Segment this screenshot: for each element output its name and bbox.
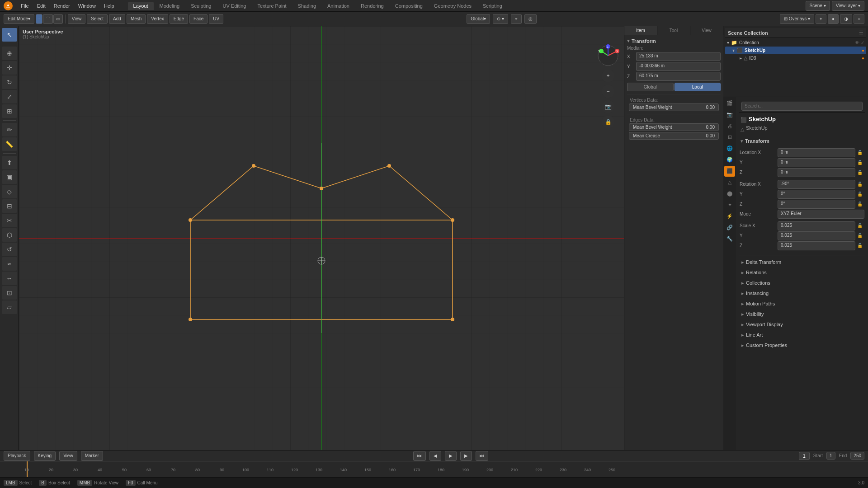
tool-poly-build[interactable]: ⬡ (2, 228, 17, 242)
tool-knife[interactable]: ✂ (2, 214, 17, 227)
global-btn[interactable]: Global (627, 83, 674, 91)
select-menu[interactable]: Select (87, 14, 108, 24)
collections-row[interactable]: ▸ Collections (739, 278, 865, 288)
edge-menu[interactable]: Edge (170, 14, 188, 24)
snap-toggle[interactable]: ⌖ (511, 14, 522, 24)
tab-shading[interactable]: Shading (292, 2, 321, 10)
outliner-filter-btn[interactable]: ☰ (859, 30, 863, 36)
viewport-shading-render[interactable]: ○ (854, 14, 864, 24)
face-select-btn[interactable]: ▭ (53, 14, 63, 24)
camera-btn[interactable]: 📷 (602, 100, 614, 113)
marker-menu[interactable]: Marker (81, 451, 103, 461)
rotation-y-input[interactable]: 0° (778, 190, 855, 199)
scale-y-lock[interactable]: 🔓 (857, 233, 864, 238)
props-search[interactable] (741, 102, 863, 111)
local-btn[interactable]: Local (675, 83, 721, 91)
scene-selector[interactable]: Scene ▾ (806, 1, 830, 11)
prop-icon-world[interactable]: 🌍 (724, 155, 735, 165)
tool-scale[interactable]: ⤢ (2, 90, 17, 103)
view-timeline-menu[interactable]: View (59, 451, 77, 461)
location-y-input[interactable]: 0 m (778, 158, 855, 167)
tool-select[interactable]: ↖ (2, 28, 17, 42)
start-frame[interactable]: 1 (826, 452, 835, 460)
prop-icon-physics[interactable]: ⚡ (724, 211, 735, 222)
tab-texture-paint[interactable]: Texture Paint (252, 2, 292, 10)
tool-cursor[interactable]: ⊕ (2, 47, 17, 60)
next-frame-btn[interactable]: ▶ (460, 451, 472, 461)
mean-crease[interactable]: Mean Crease 0.00 (629, 132, 719, 140)
zoom-out-btn[interactable]: − (602, 85, 614, 98)
tab-sculpting[interactable]: Sculpting (185, 2, 217, 10)
z-input[interactable]: 60.175 m (636, 72, 721, 81)
rotation-y-lock[interactable]: 🔓 (857, 192, 864, 197)
play-btn[interactable]: ▶ (445, 451, 457, 461)
prop-icon-particles[interactable]: ✦ (724, 200, 735, 211)
prop-icon-output[interactable]: 🖨 (724, 121, 735, 131)
outliner-item-sketchup[interactable]: ▾ ⬛ SketchUp ● (725, 47, 866, 54)
end-frame[interactable]: 250 (850, 452, 864, 460)
tool-annotate[interactable]: ✏ (2, 123, 17, 136)
tool-inset[interactable]: ▣ (2, 170, 17, 184)
tool-spin[interactable]: ↺ (2, 243, 17, 256)
tool-shrink[interactable]: ⊡ (2, 286, 17, 300)
timeline-ruler[interactable]: 10 20 30 40 50 60 70 80 90 100 110 120 1… (0, 461, 868, 477)
blender-logo[interactable] (4, 1, 13, 10)
menu-render[interactable]: Render (50, 2, 74, 9)
scale-z-input[interactable]: 0.025 (778, 241, 855, 250)
tab-uv-editing[interactable]: UV Editing (217, 2, 251, 10)
face-menu[interactable]: Face (189, 14, 208, 24)
tab-tool[interactable]: Tool (657, 26, 690, 35)
scale-x-lock[interactable]: 🔓 (857, 223, 864, 228)
vertex-menu[interactable]: Vertex (147, 14, 168, 24)
prop-icon-object[interactable]: ⬛ (724, 166, 735, 177)
rotation-x-lock[interactable]: 🔓 (857, 182, 864, 187)
uv-menu[interactable]: UV (209, 14, 223, 24)
tool-smooth[interactable]: ≈ (2, 257, 17, 271)
tool-bevel[interactable]: ◇ (2, 185, 17, 198)
scale-y-input[interactable]: 0.025 (778, 231, 855, 240)
prop-icon-constraints[interactable]: 🔗 (724, 222, 735, 233)
zoom-in-btn[interactable]: + (602, 70, 614, 82)
x-input[interactable]: 25.133 m (636, 52, 721, 61)
view-menu[interactable]: View (68, 14, 86, 24)
viewport-shading-solid[interactable]: ● (828, 14, 839, 24)
instancing-row[interactable]: ▸ Instancing (739, 288, 865, 299)
y-input[interactable]: -0.000366 m (636, 62, 721, 71)
menu-file[interactable]: File (17, 2, 33, 9)
relations-row[interactable]: ▸ Relations (739, 267, 865, 278)
visibility-row[interactable]: ▸ Visibility (739, 309, 865, 319)
tool-loop-cut[interactable]: ⊟ (2, 199, 17, 213)
tab-animation[interactable]: Animation (322, 2, 355, 10)
tool-rotate[interactable]: ↻ (2, 75, 17, 89)
tab-view[interactable]: View (690, 26, 723, 35)
prop-icon-viewlayer[interactable]: ⊞ (724, 132, 735, 143)
tab-rendering[interactable]: Rendering (355, 2, 389, 10)
location-x-lock[interactable]: 🔓 (857, 150, 864, 155)
viewport-shading-material[interactable]: ◑ (840, 14, 852, 24)
rotation-z-input[interactable]: 0° (778, 200, 855, 209)
prev-frame-btn[interactable]: ◀ (429, 451, 441, 461)
tool-shear[interactable]: ▱ (2, 300, 17, 314)
rotation-x-input[interactable]: -90° (778, 180, 855, 189)
prop-icon-material[interactable]: ⬤ (724, 188, 735, 199)
prop-icon-scene[interactable]: 🎬 (724, 98, 735, 109)
viewport-display-row[interactable]: ▸ Viewport Display (739, 319, 865, 330)
pivot-dropdown[interactable]: ⊙ ▾ (493, 14, 508, 24)
mean-bevel-weight-vertices[interactable]: Mean Bevel Weight 0.00 (629, 103, 719, 111)
rotation-mode-dropdown[interactable]: XYZ Euler (778, 210, 864, 219)
jump-end-btn[interactable]: ⏭ (476, 451, 488, 461)
global-dropdown[interactable]: Global ▾ (467, 14, 490, 24)
tool-transform[interactable]: ⊞ (2, 104, 17, 118)
tab-modeling[interactable]: Modeling (154, 2, 185, 10)
overlay-btn[interactable]: ⊞ Overlays ▾ (780, 14, 814, 24)
current-frame[interactable]: 1 (799, 452, 810, 460)
location-y-lock[interactable]: 🔓 (857, 160, 864, 165)
scale-z-lock[interactable]: 🔓 (857, 243, 864, 248)
tool-move[interactable]: ✛ (2, 61, 17, 75)
outliner-item-collection[interactable]: ▾ 📁 Collection 👁 ✓ (725, 39, 866, 47)
viewport[interactable]: User Perspective (1) SketchUp X (19, 26, 624, 450)
tab-geometry-nodes[interactable]: Geometry Nodes (429, 2, 477, 10)
prop-icon-render[interactable]: 📷 (724, 109, 735, 120)
menu-window[interactable]: Window (75, 2, 99, 9)
edge-select-btn[interactable]: ⌒ (43, 14, 53, 24)
